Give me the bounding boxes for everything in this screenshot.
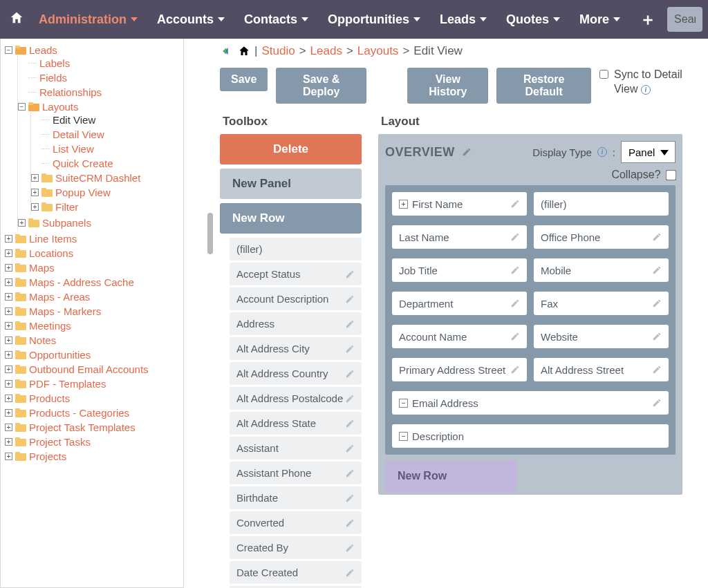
pencil-icon[interactable] xyxy=(652,298,662,308)
tree-item[interactable]: +SuiteCRM Dashlet xyxy=(31,172,180,184)
pencil-icon[interactable] xyxy=(345,419,355,428)
expand-icon[interactable]: + xyxy=(5,322,12,330)
expand-icon[interactable]: + xyxy=(5,409,12,417)
toolbox-field[interactable]: Alt Address City xyxy=(230,337,362,360)
layout-cell[interactable]: Last Name xyxy=(392,225,527,249)
collapse-icon[interactable]: − xyxy=(18,103,26,111)
bc-module[interactable]: Leads xyxy=(310,44,342,58)
expand-icon[interactable]: + xyxy=(5,438,12,446)
home-icon[interactable] xyxy=(6,10,28,29)
tree-item[interactable]: +Subpanels xyxy=(18,217,180,229)
nav-accounts[interactable]: Accounts xyxy=(149,12,233,27)
scrollbar[interactable] xyxy=(207,213,213,254)
pencil-icon[interactable] xyxy=(510,365,520,374)
tree-item[interactable]: +Products - Categories xyxy=(5,407,180,419)
tree-item[interactable]: +Filter xyxy=(31,201,180,213)
pencil-icon[interactable] xyxy=(345,518,355,528)
home-icon[interactable] xyxy=(238,45,250,57)
layout-cell[interactable]: Primary Address Street xyxy=(392,358,527,381)
tree-item[interactable]: +Outbound Email Accounts xyxy=(5,363,180,375)
back-icon[interactable] xyxy=(220,44,234,58)
pencil-icon[interactable] xyxy=(510,332,520,341)
collapse-icon[interactable]: − xyxy=(5,46,12,54)
expand-icon[interactable]: + xyxy=(5,380,12,388)
layout-cell[interactable]: Office Phone xyxy=(534,225,669,249)
tree-item[interactable]: +Locations xyxy=(5,247,180,259)
layout-cell[interactable]: Fax xyxy=(534,292,669,315)
layout-cell[interactable]: Account Name xyxy=(392,325,527,348)
nav-contacts[interactable]: Contacts xyxy=(236,12,317,27)
save-deploy-button[interactable]: Save & Deploy xyxy=(276,68,366,104)
tree-item[interactable]: Relationships xyxy=(18,86,180,98)
tree-item[interactable]: List View xyxy=(31,143,180,155)
tree-item[interactable]: +Project Task Templates xyxy=(5,421,180,433)
pencil-icon[interactable] xyxy=(345,444,355,453)
pencil-icon[interactable] xyxy=(510,232,520,242)
toolbox-field[interactable]: Alt Address Postalcode xyxy=(230,387,362,410)
toolbox-field[interactable]: Alt Address Country xyxy=(230,362,362,385)
expand-icon[interactable]: + xyxy=(5,424,12,431)
toolbox-field[interactable]: Birthdate xyxy=(230,486,362,509)
pencil-icon[interactable] xyxy=(510,265,520,275)
toolbox-field[interactable]: Address xyxy=(230,312,362,335)
tree-item[interactable]: −Layouts xyxy=(18,101,180,113)
nav-leads[interactable]: Leads xyxy=(431,12,495,27)
tree-item[interactable]: +PDF - Templates xyxy=(5,378,180,390)
tree-item[interactable]: +Maps - Markers xyxy=(5,305,180,317)
collapse-icon[interactable]: − xyxy=(399,399,408,408)
tree-item[interactable]: +Maps - Areas xyxy=(5,291,180,303)
toolbox-field[interactable]: Assistant Phone xyxy=(230,462,362,484)
layout-cell[interactable]: −Email Address xyxy=(392,391,669,415)
nav-opportunities[interactable]: Opportunities xyxy=(319,12,429,27)
pencil-icon[interactable] xyxy=(462,147,472,157)
toolbox-field[interactable]: Created By xyxy=(230,536,362,559)
toolbox-field[interactable]: Assistant xyxy=(230,437,362,459)
bc-studio[interactable]: Studio xyxy=(261,44,295,58)
expand-icon[interactable]: + xyxy=(5,264,12,272)
layout-cell[interactable]: −Description xyxy=(392,424,669,448)
delete-dropzone[interactable]: Delete xyxy=(220,134,362,164)
pencil-icon[interactable] xyxy=(510,298,520,308)
toolbox-field[interactable]: (filler) xyxy=(230,238,362,260)
sync-checkbox[interactable] xyxy=(599,70,608,79)
layout-cell[interactable]: Department xyxy=(392,292,527,315)
expand-icon[interactable]: + xyxy=(5,395,12,402)
pencil-icon[interactable] xyxy=(652,265,662,275)
collapse-icon[interactable]: − xyxy=(399,432,408,441)
pencil-icon[interactable] xyxy=(345,344,355,354)
tree-item[interactable]: Quick Create xyxy=(31,158,180,169)
pencil-icon[interactable] xyxy=(345,319,355,329)
tree-item[interactable]: Edit View xyxy=(31,114,180,126)
pencil-icon[interactable] xyxy=(345,269,355,279)
layout-cell[interactable]: +First Name xyxy=(392,192,527,216)
new-panel-button[interactable]: New Panel xyxy=(220,169,362,199)
layout-cell[interactable]: Job Title xyxy=(392,258,527,282)
expand-icon[interactable]: + xyxy=(31,203,39,211)
pencil-icon[interactable] xyxy=(345,493,355,503)
pencil-icon[interactable] xyxy=(345,568,355,578)
nav-more[interactable]: More xyxy=(571,12,628,27)
display-type-select[interactable]: Panel xyxy=(621,141,676,163)
tree-item[interactable]: Fields xyxy=(18,72,180,84)
pencil-icon[interactable] xyxy=(652,365,662,374)
expand-icon[interactable]: + xyxy=(31,189,39,196)
quick-create-icon[interactable]: ＋ xyxy=(631,8,664,30)
toolbox-field[interactable]: Alt Address State xyxy=(230,412,362,435)
tree-item[interactable]: +Notes xyxy=(5,334,180,346)
tree-item[interactable]: +Opportunities xyxy=(5,349,180,361)
new-row-button[interactable]: New Row xyxy=(220,203,362,234)
pencil-icon[interactable] xyxy=(345,394,355,404)
bc-layouts[interactable]: Layouts xyxy=(357,44,399,58)
info-icon[interactable]: i xyxy=(641,85,651,95)
tree-item[interactable]: Labels xyxy=(18,57,180,69)
tree-item[interactable]: +Line Items xyxy=(5,233,180,245)
tree-item[interactable]: −Leads xyxy=(5,44,180,56)
save-button[interactable]: Save xyxy=(220,68,268,91)
expand-icon[interactable]: + xyxy=(5,336,12,344)
tree-item[interactable]: Detail View xyxy=(31,129,180,140)
tree-item[interactable]: +Popup View xyxy=(31,187,180,198)
expand-icon[interactable]: + xyxy=(5,278,12,286)
layout-cell[interactable]: Website xyxy=(534,325,669,348)
nav-administration[interactable]: Administration xyxy=(30,12,146,27)
layout-cell[interactable]: Mobile xyxy=(534,258,669,282)
